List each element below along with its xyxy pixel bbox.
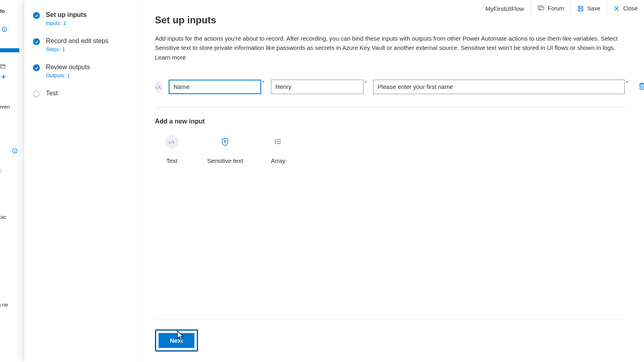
svg-rect-13: [579, 9, 582, 11]
wizard-step-title: Record and edit steps: [46, 37, 130, 45]
input-type-options: AA Text Sensitive text Array: [155, 135, 628, 164]
svg-rect-2: [4, 28, 4, 29]
wizard-step-sub: Outputs: 1: [46, 72, 130, 78]
svg-rect-18: [640, 84, 644, 89]
required-asterisk: *: [262, 80, 264, 86]
add-array-input[interactable]: Array: [261, 135, 295, 164]
trash-icon: [638, 82, 644, 90]
ui-flow-wizard-modal: MyFirstUIFlow Forum Save Close Set up in…: [24, 0, 644, 362]
wizard-step-review-outputs[interactable]: Review outputs Outputs: 1: [33, 64, 130, 78]
next-button-focus-ring: Next: [155, 329, 198, 352]
close-button[interactable]: Close: [607, 0, 644, 17]
close-icon: [613, 5, 620, 12]
shield-icon: [218, 135, 232, 148]
obscured-item: te work: [0, 167, 1, 173]
left-active-indicator: [0, 48, 19, 52]
learn-more-link[interactable]: Learn more: [155, 54, 186, 61]
obscured-left-panel: ake a flo nated even ate te work mail at…: [0, 0, 24, 362]
input-sample-field[interactable]: [271, 80, 363, 94]
step-open-icon: [33, 90, 40, 97]
next-button[interactable]: Next: [159, 333, 194, 348]
add-text-input[interactable]: AA Text: [155, 135, 189, 164]
forum-button[interactable]: Forum: [530, 0, 570, 17]
svg-rect-8: [14, 150, 15, 152]
wizard-step-setup-inputs[interactable]: Set up inputs Inputs: 1: [33, 11, 130, 26]
input-sample-wrap: *: [271, 80, 367, 94]
svg-text:A: A: [168, 140, 171, 144]
save-button[interactable]: Save: [570, 0, 607, 17]
wizard-step-title: Review outputs: [46, 64, 130, 71]
info-icon: [12, 148, 18, 154]
required-asterisk: *: [365, 80, 367, 86]
input-name-field[interactable]: [169, 80, 261, 94]
option-label: Text: [166, 157, 178, 164]
plus-icon: [1, 74, 6, 80]
forum-icon: [537, 5, 545, 12]
wizard-step-sub: Steps: 1: [46, 46, 130, 52]
option-label: Array: [271, 157, 285, 164]
svg-rect-1: [4, 29, 4, 31]
obscured-title: ake a flo: [0, 8, 5, 14]
input-description-field[interactable]: [373, 80, 625, 94]
svg-point-24: [224, 140, 226, 142]
svg-text:A: A: [157, 84, 161, 90]
step-done-icon: [33, 38, 40, 45]
input-name-wrap: *: [169, 80, 264, 94]
obscured-item: nated even: [0, 104, 10, 110]
text-type-icon: AA: [155, 80, 162, 93]
wizard-sidebar: Set up inputs Inputs: 1 Record and edit …: [24, 0, 139, 362]
list-icon: [271, 135, 285, 148]
option-label: Sensitive text: [207, 157, 243, 164]
step-done-icon: [33, 64, 40, 71]
add-new-heading: Add a new input: [155, 118, 628, 125]
required-asterisk: *: [626, 80, 628, 86]
forum-label: Forum: [548, 5, 564, 12]
text-icon: AA: [165, 135, 179, 148]
add-sensitive-text-input[interactable]: Sensitive text: [208, 135, 242, 164]
svg-text:A: A: [155, 86, 157, 89]
close-label: Close: [623, 5, 638, 12]
step-done-icon: [33, 12, 40, 19]
delete-input-button[interactable]: [638, 82, 644, 91]
wizard-step-title: Set up inputs: [46, 11, 130, 19]
save-icon: [577, 5, 584, 12]
wizard-step-sub: Inputs: 1: [46, 20, 130, 26]
main-content: Set up inputs Add inputs for the actions…: [139, 0, 644, 362]
input-desc-wrap: *: [373, 80, 628, 94]
page-description: Add inputs for the actions you're about …: [155, 34, 628, 62]
add-new-input-section: Add a new input AA Text Sensitive text: [155, 118, 628, 164]
svg-text:A: A: [171, 139, 174, 144]
save-label: Save: [587, 5, 600, 12]
svg-rect-12: [579, 6, 582, 8]
wizard-step-test[interactable]: Test: [33, 90, 130, 97]
input-definition-row: AA * * *: [155, 80, 628, 107]
desc-text: Add inputs for the actions you're about …: [155, 35, 617, 51]
obscured-item: mail attac: [0, 214, 6, 220]
svg-rect-9: [14, 150, 15, 150]
wizard-footer: Next: [155, 319, 628, 352]
svg-rect-3: [1, 65, 5, 68]
window-icon: [0, 64, 6, 69]
info-icon: [2, 27, 7, 32]
modal-topbar: MyFirstUIFlow Forum Save Close: [479, 0, 644, 17]
flow-name-text: MyFirstUIFlow: [485, 5, 524, 12]
flow-name-label: MyFirstUIFlow: [479, 0, 530, 17]
wizard-step-record[interactable]: Record and edit steps Steps: 1: [33, 37, 130, 52]
svg-rect-11: [540, 7, 544, 10]
obscured-item: email a ne: [0, 302, 8, 308]
wizard-step-title: Test: [46, 90, 130, 97]
